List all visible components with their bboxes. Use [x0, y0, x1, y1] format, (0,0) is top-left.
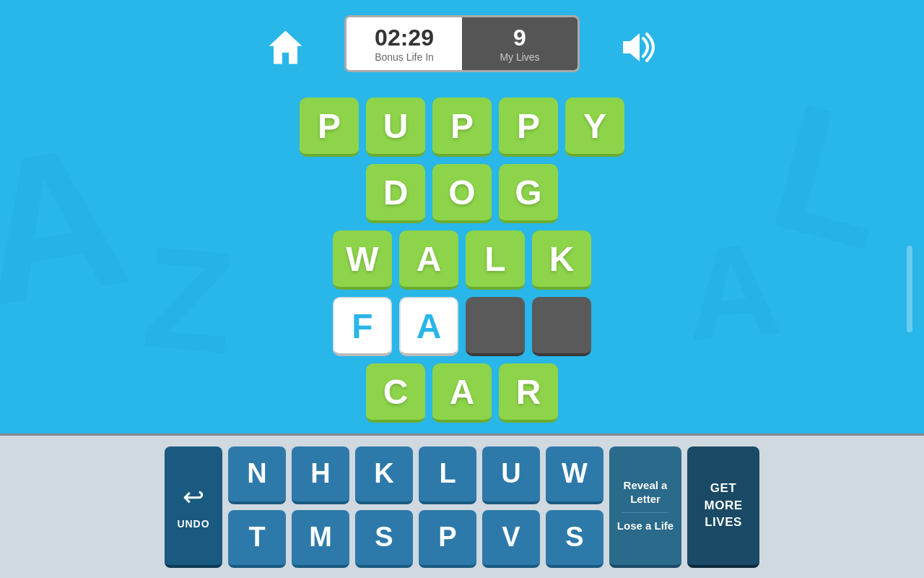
- svg-marker-0: [269, 30, 302, 64]
- tile-p3[interactable]: P: [499, 98, 558, 157]
- lives-section: 9 My Lives: [462, 17, 578, 70]
- get-more-lives-button[interactable]: GET MORE LIVES: [687, 447, 759, 568]
- key-k[interactable]: K: [355, 447, 413, 504]
- tile-a3[interactable]: A: [432, 363, 492, 423]
- undo-button[interactable]: ↩ UNDO: [165, 447, 222, 568]
- timer-lives-panel: 02:29 Bonus Life In 9 My Lives: [344, 15, 580, 72]
- tile-o[interactable]: O: [432, 164, 492, 223]
- tile-u[interactable]: U: [366, 98, 425, 157]
- game-area: P U P P Y D O G W A L K F A C A R: [0, 87, 924, 434]
- timer-label: Bonus Life In: [368, 51, 440, 63]
- tile-g[interactable]: G: [499, 164, 558, 223]
- key-w[interactable]: W: [546, 447, 603, 504]
- lives-label: My Lives: [484, 51, 556, 63]
- tile-y[interactable]: Y: [565, 98, 624, 157]
- tile-r[interactable]: R: [499, 363, 558, 423]
- key-u[interactable]: U: [482, 447, 540, 504]
- home-button[interactable]: [260, 22, 310, 72]
- word-row-puppy: P U P P Y: [300, 98, 624, 157]
- lives-value: 9: [484, 25, 556, 51]
- tile-c[interactable]: C: [366, 363, 425, 423]
- timer-section: 02:29 Bonus Life In: [346, 17, 462, 70]
- word-row-walk: W A L K: [333, 230, 591, 290]
- key-n[interactable]: N: [228, 447, 286, 504]
- tile-p2[interactable]: P: [432, 98, 492, 157]
- word-row-dog: D O G: [366, 164, 558, 223]
- undo-arrow-icon: ↩: [183, 482, 204, 512]
- get-more-lives-label: GET MORE LIVES: [694, 480, 752, 531]
- tile-k[interactable]: K: [532, 230, 591, 290]
- tile-w[interactable]: W: [333, 230, 392, 290]
- key-m[interactable]: M: [292, 510, 349, 568]
- key-s2[interactable]: S: [546, 510, 603, 568]
- tile-f[interactable]: F: [333, 297, 392, 356]
- keyboard-section: N H K L U W T M S P V S: [228, 447, 603, 568]
- tile-a1[interactable]: A: [399, 230, 458, 290]
- reveal-bottom-label: Lose a Life: [617, 519, 674, 533]
- tile-d[interactable]: D: [366, 164, 425, 223]
- word-row-current: F A: [333, 297, 591, 356]
- svg-marker-1: [623, 33, 640, 61]
- bottom-bar: ↩ UNDO N H K L U W T M S P V S Reveal a …: [0, 434, 924, 578]
- key-p[interactable]: P: [419, 510, 476, 568]
- undo-label: UNDO: [177, 518, 209, 530]
- key-h[interactable]: H: [292, 447, 349, 504]
- tile-empty2[interactable]: [532, 297, 591, 356]
- reveal-letter-button[interactable]: Reveal a Letter Lose a Life: [609, 447, 681, 568]
- keyboard-row1: N H K L U W: [228, 447, 603, 504]
- home-icon: [266, 27, 305, 67]
- key-v[interactable]: V: [482, 510, 540, 568]
- tile-empty1[interactable]: [466, 297, 525, 356]
- sound-button[interactable]: [614, 22, 664, 72]
- timer-value: 02:29: [368, 25, 440, 51]
- key-l[interactable]: L: [419, 447, 476, 504]
- tile-l[interactable]: L: [466, 230, 525, 290]
- key-t[interactable]: T: [228, 510, 286, 568]
- tile-p1[interactable]: P: [300, 98, 359, 157]
- top-bar: 02:29 Bonus Life In 9 My Lives: [0, 0, 924, 87]
- hint-bar-visual: [907, 246, 912, 332]
- key-s1[interactable]: S: [355, 510, 413, 568]
- reveal-divider: [622, 512, 668, 513]
- sound-icon: [619, 31, 659, 64]
- right-hint: [895, 144, 924, 434]
- word-row-car: C A R: [366, 363, 558, 423]
- keyboard-row2: T M S P V S: [228, 510, 603, 568]
- tile-a2[interactable]: A: [399, 297, 458, 356]
- reveal-top-label: Reveal a Letter: [616, 478, 674, 506]
